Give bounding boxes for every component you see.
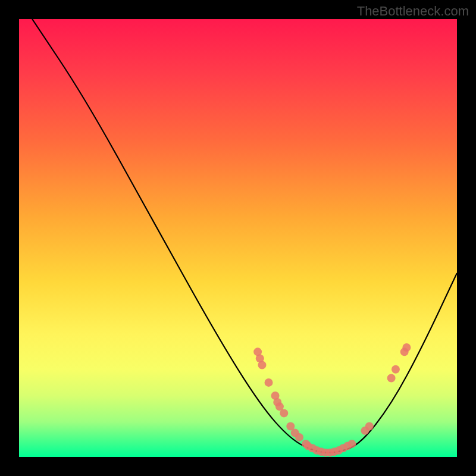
chart-svg — [19, 19, 457, 457]
watermark-text: TheBottleneck.com — [357, 4, 469, 19]
bottleneck-curve — [32, 19, 457, 453]
data-dot — [365, 422, 374, 430]
data-dots-group — [253, 343, 411, 457]
chart-plot-area — [19, 19, 457, 457]
data-dot — [265, 378, 273, 387]
data-dot — [402, 343, 411, 352]
data-dot — [392, 365, 400, 374]
data-dot — [258, 361, 266, 369]
data-dot — [295, 433, 303, 441]
data-dot — [387, 374, 396, 383]
data-dot — [280, 409, 288, 417]
data-dot — [347, 440, 356, 448]
